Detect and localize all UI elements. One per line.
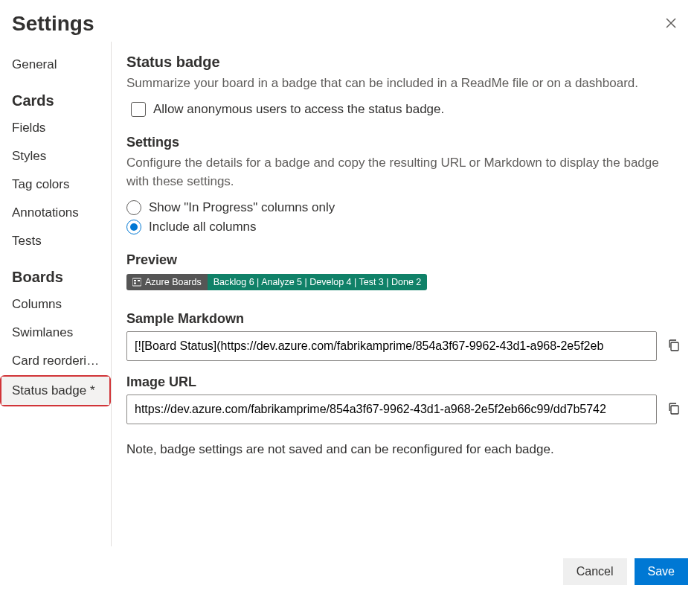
svg-rect-5 bbox=[671, 406, 678, 414]
status-badge-desc: Summarize your board in a badge that can… bbox=[126, 74, 682, 93]
close-icon bbox=[666, 18, 676, 28]
nav-card-reordering[interactable]: Card reorderi… bbox=[12, 347, 111, 375]
svg-rect-2 bbox=[138, 280, 140, 281]
save-button[interactable]: Save bbox=[635, 558, 688, 585]
svg-rect-1 bbox=[134, 280, 136, 281]
boards-icon bbox=[132, 278, 141, 287]
preview-heading: Preview bbox=[126, 252, 682, 268]
nav-annotations[interactable]: Annotations bbox=[12, 199, 111, 227]
nav-heading-cards: Cards bbox=[12, 79, 111, 114]
copy-markdown-button[interactable] bbox=[667, 339, 682, 354]
sample-markdown-input[interactable] bbox=[126, 331, 657, 361]
nav-status-badge[interactable]: Status badge * bbox=[1, 377, 109, 405]
settings-sidebar: General Cards Fields Styles Tag colors A… bbox=[0, 42, 112, 546]
nav-heading-boards: Boards bbox=[12, 255, 111, 290]
allow-anonymous-row[interactable]: Allow anonymous users to access the stat… bbox=[131, 102, 682, 117]
status-badge-heading: Status badge bbox=[126, 54, 682, 71]
copy-icon bbox=[667, 339, 681, 352]
settings-note: Note, badge settings are not saved and c… bbox=[126, 442, 682, 457]
nav-swimlanes[interactable]: Swimlanes bbox=[12, 319, 111, 347]
nav-columns[interactable]: Columns bbox=[12, 290, 111, 319]
radio-all-row[interactable]: Include all columns bbox=[126, 220, 682, 234]
badge-preview: Azure Boards Backlog 6 | Analyze 5 | Dev… bbox=[126, 274, 427, 290]
copy-icon bbox=[667, 402, 681, 415]
nav-tag-colors[interactable]: Tag colors bbox=[12, 170, 111, 199]
svg-rect-3 bbox=[134, 282, 136, 284]
badge-left-text: Azure Boards bbox=[145, 277, 202, 287]
nav-styles[interactable]: Styles bbox=[12, 142, 111, 170]
svg-rect-0 bbox=[132, 278, 141, 286]
image-url-label: Image URL bbox=[126, 374, 682, 390]
dialog-footer: Cancel Save bbox=[563, 558, 688, 585]
radio-all[interactable] bbox=[126, 220, 141, 234]
copy-url-button[interactable] bbox=[667, 402, 682, 417]
settings-desc: Configure the details for a badge and co… bbox=[126, 153, 682, 191]
sample-markdown-label: Sample Markdown bbox=[126, 311, 682, 327]
radio-inprogress-label: Show "In Progress" columns only bbox=[149, 200, 335, 215]
allow-anonymous-checkbox[interactable] bbox=[131, 102, 146, 117]
main-panel: Status badge Summarize your board in a b… bbox=[112, 42, 700, 546]
radio-inprogress[interactable] bbox=[126, 200, 141, 215]
dialog-title: Settings bbox=[12, 12, 94, 36]
allow-anonymous-label: Allow anonymous users to access the stat… bbox=[153, 102, 444, 117]
close-button[interactable] bbox=[660, 13, 682, 35]
cancel-button[interactable]: Cancel bbox=[563, 558, 627, 585]
image-url-input[interactable] bbox=[126, 395, 657, 424]
nav-general[interactable]: General bbox=[12, 51, 111, 79]
settings-subheading: Settings bbox=[126, 135, 682, 150]
badge-right-text: Backlog 6 | Analyze 5 | Develop 4 | Test… bbox=[208, 274, 428, 290]
nav-fields[interactable]: Fields bbox=[12, 114, 111, 142]
radio-inprogress-row[interactable]: Show "In Progress" columns only bbox=[126, 200, 682, 215]
svg-rect-4 bbox=[671, 342, 678, 351]
radio-all-label: Include all columns bbox=[149, 220, 257, 234]
nav-tests[interactable]: Tests bbox=[12, 227, 111, 255]
